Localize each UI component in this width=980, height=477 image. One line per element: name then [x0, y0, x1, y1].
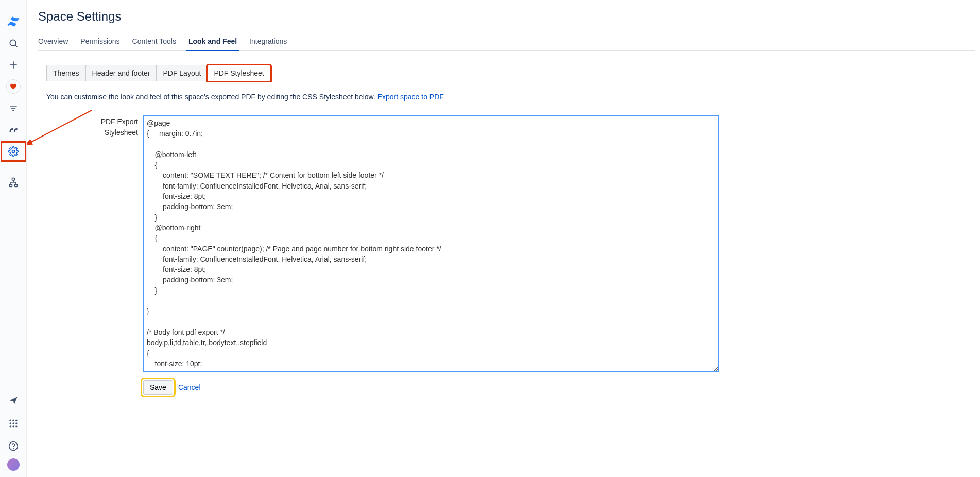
left-rail — [0, 0, 27, 477]
space-settings-icon[interactable] — [2, 142, 25, 161]
tab-permissions[interactable]: Permissions — [80, 35, 119, 50]
description-row: You can customise the look and feel of t… — [46, 93, 980, 101]
avatar[interactable] — [7, 458, 20, 471]
subtab-header-footer[interactable]: Header and footer — [85, 65, 157, 81]
confluence-logo-icon[interactable] — [4, 12, 23, 31]
tab-content-tools[interactable]: Content Tools — [132, 35, 176, 50]
feedback-icon[interactable] — [4, 391, 23, 410]
heart-icon[interactable] — [6, 79, 21, 94]
svg-point-0 — [10, 40, 16, 46]
export-space-link[interactable]: Export space to PDF — [377, 93, 444, 101]
cancel-link[interactable]: Cancel — [178, 383, 201, 391]
button-row: Save Cancel — [143, 380, 980, 395]
tab-look-and-feel[interactable]: Look and Feel — [188, 35, 237, 50]
svg-point-11 — [9, 420, 11, 421]
svg-point-19 — [15, 425, 17, 427]
tab-integrations[interactable]: Integrations — [249, 35, 287, 50]
save-highlight-box: Save — [143, 380, 173, 395]
tab-overview[interactable]: Overview — [38, 35, 68, 50]
svg-rect-9 — [9, 184, 12, 186]
page-title: Space Settings — [38, 9, 980, 24]
css-stylesheet-input[interactable] — [143, 115, 719, 372]
settings-tabs: Overview Permissions Content Tools Look … — [38, 35, 975, 51]
hierarchy-icon[interactable] — [4, 173, 23, 192]
description-text: You can customise the look and feel of t… — [46, 93, 377, 101]
stylesheet-label-line1: PDF Export — [101, 117, 138, 126]
svg-point-16 — [15, 422, 17, 424]
svg-point-7 — [12, 150, 14, 153]
add-icon[interactable] — [4, 56, 23, 74]
subtab-pdf-layout[interactable]: PDF Layout — [156, 65, 208, 81]
search-icon[interactable] — [4, 34, 23, 53]
svg-rect-10 — [14, 184, 17, 186]
subtab-pdf-stylesheet[interactable]: PDF Stylesheet — [207, 65, 270, 81]
svg-point-18 — [12, 425, 14, 427]
svg-point-21 — [13, 449, 13, 449]
rail-bottom — [4, 390, 23, 471]
stylesheet-form-row: PDF Export Stylesheet — [38, 115, 980, 372]
filter-icon[interactable] — [4, 99, 23, 117]
svg-point-12 — [12, 420, 14, 421]
help-icon[interactable] — [4, 437, 23, 455]
save-button[interactable]: Save — [143, 380, 173, 395]
svg-point-14 — [9, 422, 11, 424]
look-and-feel-subtabs: Themes Header and footer PDF Layout PDF … — [38, 64, 975, 81]
apps-icon[interactable] — [4, 414, 23, 433]
stylesheet-label: PDF Export Stylesheet — [38, 115, 143, 138]
main-content: Space Settings Overview Permissions Cont… — [27, 0, 980, 477]
svg-line-1 — [15, 45, 17, 47]
svg-point-17 — [9, 425, 11, 427]
svg-rect-8 — [12, 178, 14, 180]
stylesheet-label-line2: Stylesheet — [105, 128, 138, 137]
quote-icon[interactable] — [4, 121, 23, 139]
subtab-themes[interactable]: Themes — [46, 65, 86, 81]
svg-point-13 — [15, 420, 17, 421]
svg-point-15 — [12, 422, 14, 424]
